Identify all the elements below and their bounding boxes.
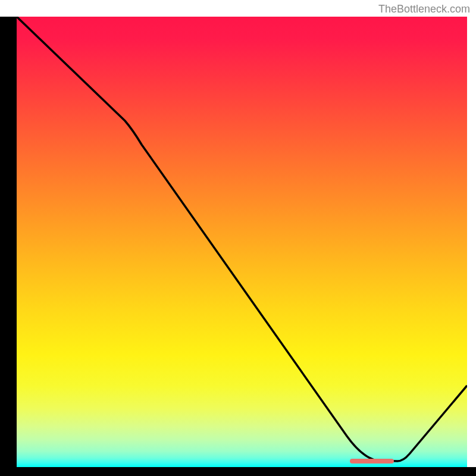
line-curve — [17, 17, 467, 467]
watermark-text: TheBottleneck.com — [378, 3, 470, 15]
y-axis — [0, 17, 17, 467]
x-axis — [0, 467, 476, 476]
highlight-marker — [350, 459, 394, 464]
chart-plot-area — [17, 17, 467, 467]
